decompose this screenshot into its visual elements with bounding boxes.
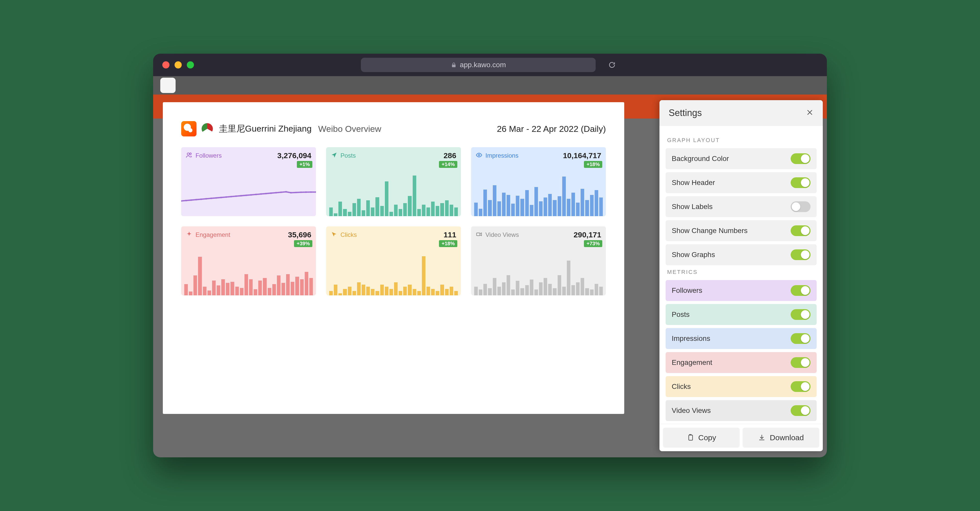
metric-value: 290,171: [574, 230, 601, 239]
section-label-metrics: METRICS: [667, 269, 815, 275]
svg-point-16: [250, 194, 252, 196]
svg-point-9: [215, 197, 217, 199]
metric-toggle-row: Impressions: [666, 328, 817, 349]
toggle-switch[interactable]: [791, 225, 811, 236]
address-bar[interactable]: app.kawo.com: [361, 58, 596, 72]
metric-toggle-row: Followers: [666, 280, 817, 301]
metric-bar-chart: [326, 252, 461, 295]
metric-bar-chart: [181, 252, 316, 295]
close-icon: [806, 109, 814, 116]
reload-button[interactable]: [605, 58, 619, 72]
overview-canvas: 圭里尼Guerrini Zhejiang Weibo Overview 26 M…: [163, 102, 624, 414]
toggle-switch[interactable]: [791, 357, 811, 368]
svg-point-14: [240, 195, 242, 196]
metric-toggle-row: Clicks: [666, 376, 817, 397]
metric-toggle-label: Posts: [672, 310, 690, 319]
reload-icon: [608, 61, 616, 69]
video-icon: [476, 231, 482, 239]
setting-row: Show Change Numbers: [666, 220, 817, 241]
app-logo: [160, 78, 176, 93]
svg-point-26: [300, 192, 302, 193]
svg-rect-31: [476, 233, 480, 236]
setting-label: Background Color: [672, 155, 729, 163]
clipboard-icon: [687, 434, 694, 441]
copy-button[interactable]: Copy: [663, 428, 740, 448]
section-label-graph-layout: GRAPH LAYOUT: [667, 137, 815, 144]
svg-point-18: [260, 193, 262, 195]
svg-point-25: [295, 192, 297, 193]
toggle-switch[interactable]: [791, 333, 811, 344]
modal-backdrop: 圭里尼Guerrini Zhejiang Weibo Overview 26 M…: [153, 94, 827, 457]
metric-label: Posts: [340, 152, 356, 159]
cursor-icon: [331, 231, 337, 239]
address-bar-text: app.kawo.com: [460, 61, 506, 69]
metric-bar-chart: [471, 252, 606, 295]
toggle-switch[interactable]: [791, 405, 811, 416]
weibo-logo-icon: [181, 121, 197, 136]
metric-bar-chart: [471, 173, 606, 216]
svg-point-23: [285, 191, 287, 193]
svg-point-22: [280, 192, 282, 193]
metric-card-engagement: Engagement35,696+39%: [181, 227, 316, 295]
metric-toggle-label: Impressions: [672, 334, 710, 343]
svg-point-10: [220, 197, 222, 198]
metric-toggle-label: Followers: [672, 286, 702, 295]
copy-button-label: Copy: [698, 433, 716, 442]
eye-icon: [476, 152, 482, 160]
users-icon: [186, 152, 192, 160]
svg-point-5: [195, 199, 197, 200]
toggle-switch[interactable]: [791, 153, 811, 164]
maximize-window-button[interactable]: [187, 61, 194, 69]
date-range: 26 Mar - 22 Apr 2022 (Daily): [497, 124, 606, 134]
metric-value: 111: [444, 230, 456, 239]
setting-label: Show Header: [672, 179, 715, 187]
settings-title: Settings: [669, 107, 702, 118]
svg-point-4: [190, 199, 192, 201]
svg-point-20: [270, 192, 272, 194]
minimize-window-button[interactable]: [175, 61, 182, 69]
metric-toggle-row: Engagement: [666, 352, 817, 373]
metric-toggle-label: Engagement: [672, 358, 712, 367]
metric-grid: Followers3,276,094+1%Posts286+14%Impress…: [181, 147, 606, 295]
svg-point-15: [245, 195, 247, 196]
svg-point-30: [478, 154, 480, 156]
close-window-button[interactable]: [162, 61, 169, 69]
metric-label: Engagement: [196, 231, 230, 238]
svg-point-7: [205, 198, 207, 200]
metric-value: 35,696: [288, 230, 311, 239]
titlebar: app.kawo.com: [153, 54, 827, 76]
account-name: 圭里尼Guerrini Zhejiang: [219, 123, 312, 135]
metric-value: 286: [444, 151, 456, 160]
browser-window: app.kawo.com 圭里尼Guerrini Zhejiang Weibo …: [153, 54, 827, 457]
svg-point-0: [187, 153, 189, 155]
traffic-lights: [162, 61, 194, 69]
metric-line-chart: [181, 173, 316, 216]
send-icon: [331, 152, 337, 160]
metric-card-impressions: Impressions10,164,717+18%: [471, 147, 606, 216]
toggle-switch[interactable]: [791, 249, 811, 260]
svg-point-19: [265, 193, 267, 195]
download-button[interactable]: Download: [743, 428, 819, 448]
setting-label: Show Change Numbers: [672, 227, 748, 235]
close-settings-button[interactable]: [806, 109, 814, 117]
metric-value: 3,276,094: [277, 151, 311, 160]
setting-row: Show Graphs: [666, 244, 817, 265]
setting-row: Background Color: [666, 148, 817, 169]
sparkle-icon: [186, 231, 192, 239]
toggle-switch[interactable]: [791, 201, 811, 212]
toggle-switch[interactable]: [791, 285, 811, 296]
metric-card-clicks: Clicks111+18%: [326, 227, 461, 295]
download-icon: [758, 434, 765, 441]
toggle-switch[interactable]: [791, 177, 811, 188]
metric-label: Followers: [196, 152, 222, 159]
metric-toggle-row: Video Views: [666, 400, 817, 421]
toggle-switch[interactable]: [791, 381, 811, 392]
toggle-switch[interactable]: [791, 309, 811, 320]
svg-point-11: [225, 196, 227, 198]
svg-point-17: [255, 194, 257, 195]
svg-point-6: [200, 198, 202, 200]
svg-point-12: [230, 196, 232, 198]
app-topbar: [153, 76, 827, 94]
setting-row: Show Header: [666, 172, 817, 193]
setting-label: Show Labels: [672, 203, 713, 211]
